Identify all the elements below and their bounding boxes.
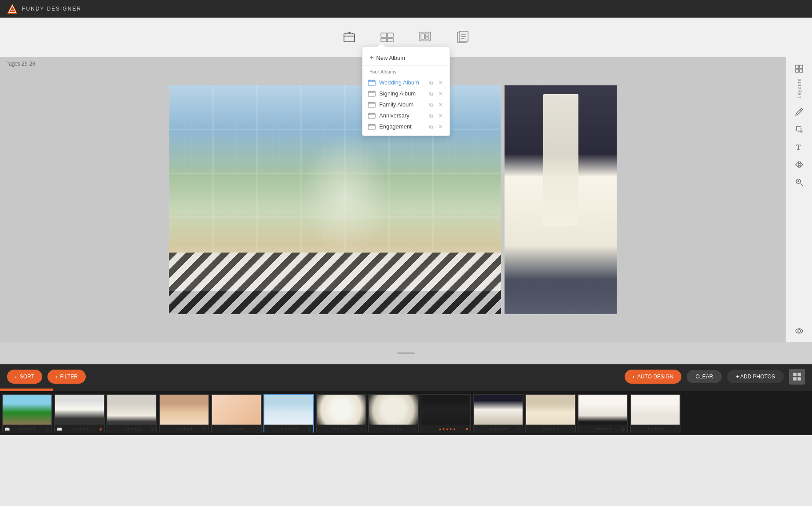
new-album-button[interactable]: + New Album — [362, 50, 450, 66]
album-close-family[interactable]: ✕ — [437, 102, 444, 108]
app-logo — [7, 4, 18, 14]
svg-rect-8 — [381, 33, 387, 37]
panel-label: Layouts — [797, 78, 802, 99]
album-copy-engagement[interactable]: ⧉ — [428, 124, 435, 130]
crop-tool[interactable] — [791, 121, 807, 137]
layouts-tool[interactable] — [791, 61, 807, 77]
album-item-engagement[interactable]: Engagement ⧉ ✕ — [362, 121, 450, 132]
page-right[interactable] — [505, 85, 617, 314]
brush-tool[interactable] — [791, 104, 807, 120]
bottom-toolbar: ‹ SORT ‹ FILTER ‹ AUTO DESIGN CLEAR + AD… — [0, 364, 812, 389]
add-photos-button[interactable]: + ADD PHOTOS — [727, 370, 784, 383]
thumb-6[interactable]: 📖 ☆☆☆☆☆ ♡ — [263, 394, 314, 433]
svg-rect-67 — [793, 373, 797, 376]
album-item-wedding[interactable]: Wedding Album ⧉ ✕ — [362, 77, 450, 88]
photo-strip: 📖 ☆☆☆☆☆ ♡ 📖 ☆☆☆☆☆ ♥ 📖 ☆☆☆☆☆ ♡ 📖 ☆☆☆☆☆ ♡ — [0, 391, 812, 435]
grid-view-button[interactable] — [789, 369, 805, 385]
auto-design-button[interactable]: ‹ AUTO DESIGN — [625, 370, 681, 384]
svg-rect-2 — [344, 34, 355, 42]
album-name-signing: Signing Album — [379, 90, 424, 97]
svg-rect-70 — [797, 377, 801, 381]
top-bar: FUNDY DESIGNER — [0, 0, 812, 18]
svg-rect-21 — [368, 81, 375, 85]
thumb-12[interactable]: 📖 ☆☆☆☆☆ ♡ — [578, 394, 628, 433]
flip-tool[interactable] — [791, 157, 807, 172]
page-left[interactable] — [169, 85, 501, 314]
svg-rect-53 — [800, 69, 803, 72]
album-name-family: Family Album — [379, 101, 424, 108]
album-close-signing[interactable]: ✕ — [437, 91, 444, 97]
album-copy-anniversary[interactable]: ⧉ — [428, 113, 435, 119]
preview-tool[interactable] — [791, 323, 807, 339]
app-name: FUNDY DESIGNER — [22, 6, 81, 12]
svg-rect-52 — [796, 69, 799, 72]
album-name-anniversary: Anniversary — [379, 112, 424, 119]
thumb-5[interactable]: 📖 ☆☆☆☆☆ ♡ — [211, 394, 262, 433]
svg-rect-11 — [388, 38, 393, 42]
sort-button[interactable]: ‹ SORT — [7, 370, 42, 384]
thumb-2[interactable]: 📖 ☆☆☆☆☆ ♥ — [54, 394, 105, 433]
dress-photo — [505, 85, 617, 314]
thumb-3[interactable]: 📖 ☆☆☆☆☆ ♡ — [106, 394, 157, 433]
zoom-tool[interactable] — [791, 174, 807, 190]
svg-point-66 — [798, 330, 801, 332]
album-close-anniversary[interactable]: ✕ — [437, 113, 444, 119]
svg-rect-15 — [425, 37, 429, 39]
album-item-signing[interactable]: Signing Album ⧉ ✕ — [362, 88, 450, 99]
right-panel: Layouts T — [786, 57, 812, 342]
svg-rect-33 — [368, 114, 375, 118]
toolbar: + New Album Your Albums Wedding Album ⧉ … — [0, 18, 812, 57]
dropdown-arrow — [378, 43, 385, 47]
svg-rect-68 — [797, 373, 801, 376]
album-name-wedding: Wedding Album — [379, 79, 424, 86]
drag-handle — [397, 352, 415, 354]
svg-rect-29 — [368, 103, 375, 107]
clear-button[interactable]: CLEAR — [687, 370, 722, 383]
svg-rect-69 — [793, 377, 797, 381]
svg-rect-13 — [421, 34, 424, 39]
dropdown-section-title: Your Albums — [362, 67, 450, 77]
svg-line-62 — [801, 183, 803, 186]
thumb-10[interactable]: 📖 ☆☆☆☆☆ ♡ — [473, 394, 523, 433]
svg-rect-10 — [381, 38, 387, 42]
text-tool[interactable]: T — [791, 139, 807, 155]
album-name-engagement: Engagement — [379, 123, 424, 130]
tool-cards[interactable] — [450, 27, 475, 48]
svg-rect-9 — [388, 33, 393, 37]
svg-rect-50 — [796, 65, 799, 68]
album-dropdown: + New Album Your Albums Wedding Album ⧉ … — [362, 46, 450, 136]
drag-handle-area[interactable] — [0, 342, 812, 364]
svg-text:T: T — [796, 143, 801, 151]
thumb-4[interactable]: 📖 ☆☆☆☆☆ ♡ — [159, 394, 209, 433]
thumb-13[interactable]: 📖 ☆☆☆☆☆ ♡ — [630, 394, 680, 433]
wedding-photo — [169, 85, 501, 314]
album-item-family[interactable]: Family Album ⧉ ✕ — [362, 99, 450, 110]
thumb-1[interactable]: 📖 ☆☆☆☆☆ ♡ — [2, 394, 52, 433]
album-copy-signing[interactable]: ⧉ — [428, 91, 435, 97]
thumb-7[interactable]: 📖 ☆☆☆☆☆ ♡ — [316, 394, 366, 433]
thumb-9[interactable]: 📖 ★★★★★ ♥ — [421, 394, 471, 433]
album-copy-family[interactable]: ⧉ — [428, 102, 435, 108]
thumb-11[interactable]: 📖 ☆☆☆☆☆ ♡ — [525, 394, 576, 433]
svg-rect-37 — [368, 125, 375, 129]
svg-rect-14 — [425, 34, 429, 36]
svg-rect-51 — [800, 65, 803, 68]
svg-rect-25 — [368, 92, 375, 96]
page-label: Pages 25-26 — [5, 61, 35, 67]
tool-wall[interactable] — [413, 27, 437, 48]
svg-line-54 — [800, 110, 801, 111]
thumb-8[interactable]: 📖 ☆☆☆☆☆ ♡ — [368, 394, 419, 433]
album-close-engagement[interactable]: ✕ — [437, 124, 444, 130]
album-copy-wedding[interactable]: ⧉ — [428, 80, 435, 86]
album-close-wedding[interactable]: ✕ — [437, 80, 444, 86]
svg-marker-0 — [9, 5, 16, 12]
filter-button[interactable]: ‹ FILTER — [48, 370, 86, 384]
tool-album[interactable] — [337, 27, 362, 48]
album-item-anniversary[interactable]: Anniversary ⧉ ✕ — [362, 110, 450, 121]
